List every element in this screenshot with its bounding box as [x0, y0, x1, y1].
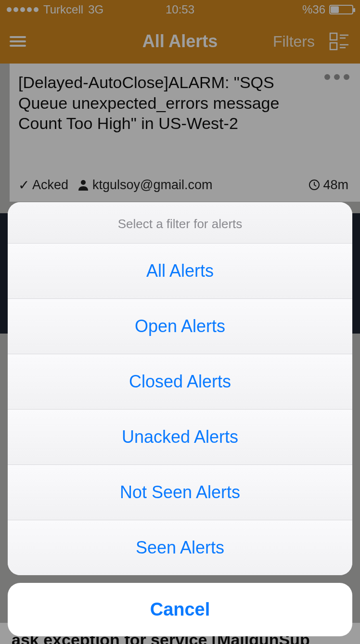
filter-option-closed[interactable]: Closed Alerts — [8, 354, 352, 410]
action-sheet: Select a filter for alerts All Alerts Op… — [8, 202, 352, 636]
sheet-title: Select a filter for alerts — [8, 202, 352, 244]
filter-option-all[interactable]: All Alerts — [8, 244, 352, 299]
filter-option-notseen[interactable]: Not Seen Alerts — [8, 465, 352, 520]
filter-option-unacked[interactable]: Unacked Alerts — [8, 410, 352, 465]
cancel-button[interactable]: Cancel — [8, 583, 352, 636]
filter-option-seen[interactable]: Seen Alerts — [8, 520, 352, 575]
filter-option-open[interactable]: Open Alerts — [8, 299, 352, 354]
